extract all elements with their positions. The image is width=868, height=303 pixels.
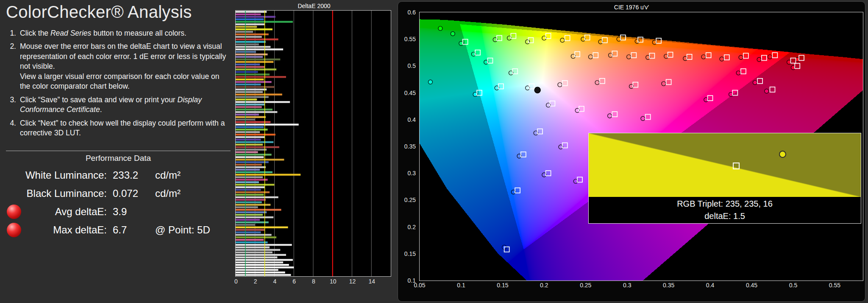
deltae-bar[interactable] [236, 264, 289, 266]
deltae-bar[interactable] [236, 93, 282, 95]
deltae-bar[interactable] [236, 46, 270, 48]
deltae-bar[interactable] [236, 39, 278, 40]
deltae-bar[interactable] [236, 216, 273, 218]
deltae-bar[interactable] [236, 96, 269, 98]
deltae-bar[interactable] [236, 179, 267, 180]
deltae-bar[interactable] [236, 111, 277, 113]
deltae-bar[interactable] [236, 114, 259, 115]
deltae-bar[interactable] [236, 84, 261, 85]
deltae-bar[interactable] [236, 53, 267, 55]
deltae-bar[interactable] [236, 56, 263, 58]
deltae-bar[interactable] [236, 11, 267, 13]
deltae-bar[interactable] [236, 104, 265, 105]
deltae-bar[interactable] [236, 136, 265, 138]
deltae-bar[interactable] [236, 272, 285, 273]
deltae-bar[interactable] [236, 171, 273, 173]
deltae-bar[interactable] [236, 229, 265, 230]
deltae-bars[interactable] [236, 11, 391, 276]
deltae-bar[interactable] [236, 234, 272, 236]
deltae-bar[interactable] [236, 176, 263, 178]
deltae-bar[interactable] [236, 86, 275, 88]
deltae-bar[interactable] [236, 34, 269, 35]
deltae-bar[interactable] [236, 43, 259, 45]
deltae-bar[interactable] [236, 59, 280, 60]
deltae-bar[interactable] [236, 81, 272, 83]
deltae-bar[interactable] [236, 244, 292, 246]
deltae-bar[interactable] [236, 18, 264, 20]
deltae-bar[interactable] [236, 169, 260, 171]
deltae-bar[interactable] [236, 139, 261, 140]
deltae-bar[interactable] [236, 236, 276, 238]
deltae-bar[interactable] [236, 259, 293, 261]
deltae-bar[interactable] [236, 204, 270, 205]
deltae-bar[interactable] [236, 231, 261, 233]
deltae-bar[interactable] [236, 76, 286, 78]
deltae-bar[interactable] [236, 41, 266, 42]
deltae-bar[interactable] [236, 14, 261, 15]
deltae-bar[interactable] [236, 48, 283, 50]
deltae-chart[interactable] [235, 10, 391, 277]
deltae-bar[interactable] [236, 252, 273, 253]
deltae-bar[interactable] [236, 61, 273, 63]
deltae-bar[interactable] [236, 274, 291, 276]
cie-diagram[interactable]: RGB Triplet: 235, 235, 16 deltaE: 1.5 [419, 12, 863, 281]
deltae-bar[interactable] [236, 206, 258, 208]
deltae-bar[interactable] [236, 194, 264, 196]
deltae-bar[interactable] [236, 106, 262, 108]
deltae-bar[interactable] [236, 66, 265, 68]
deltae-bar[interactable] [236, 239, 264, 241]
deltae-bar[interactable] [236, 219, 260, 221]
deltae-bar[interactable] [236, 89, 267, 90]
deltae-bar[interactable] [236, 144, 263, 146]
deltae-bar[interactable] [236, 64, 260, 65]
deltae-bar[interactable] [236, 184, 275, 185]
deltae-bar[interactable] [236, 146, 279, 148]
deltae-bar[interactable] [236, 36, 262, 38]
deltae-bar[interactable] [236, 156, 264, 158]
deltae-bar[interactable] [236, 134, 275, 135]
deltae-bar[interactable] [236, 28, 273, 30]
deltae-bar[interactable] [236, 121, 270, 123]
deltae-bar[interactable] [236, 101, 290, 103]
deltae-bar[interactable] [236, 161, 269, 163]
deltae-bar[interactable] [236, 209, 281, 210]
deltae-bar[interactable] [236, 21, 293, 22]
deltae-bar[interactable] [236, 16, 275, 17]
deltae-bar[interactable] [236, 109, 273, 110]
deltae-bar[interactable] [236, 226, 288, 228]
deltae-bar[interactable] [236, 201, 262, 203]
deltae-bar[interactable] [236, 79, 264, 80]
deltae-bar[interactable] [236, 126, 264, 128]
deltae-bar[interactable] [236, 141, 273, 143]
deltae-bar[interactable] [236, 91, 263, 93]
deltae-bar[interactable] [236, 151, 258, 153]
deltae-bar[interactable] [236, 154, 272, 155]
deltae-bar[interactable] [236, 98, 257, 100]
deltae-bar[interactable] [236, 31, 253, 33]
deltae-bar[interactable] [236, 131, 260, 133]
deltae-bar[interactable] [236, 256, 277, 258]
deltae-bar[interactable] [236, 181, 259, 183]
deltae-bar[interactable] [236, 23, 265, 25]
deltae-bar[interactable] [236, 51, 256, 53]
deltae-bar[interactable] [236, 269, 278, 271]
deltae-bar[interactable] [236, 129, 267, 130]
deltae-bar[interactable] [236, 241, 267, 243]
deltae-bar[interactable] [236, 159, 284, 160]
deltae-bar[interactable] [236, 214, 263, 216]
deltae-bar[interactable] [236, 196, 278, 198]
deltae-bar[interactable] [236, 164, 262, 166]
deltae-bar[interactable] [236, 199, 266, 201]
deltae-bar[interactable] [236, 186, 265, 188]
deltae-bar[interactable] [236, 261, 283, 263]
deltae-bar[interactable] [236, 189, 261, 191]
deltae-bar[interactable] [236, 254, 286, 255]
deltae-bar[interactable] [236, 26, 257, 28]
deltae-bar[interactable] [236, 68, 276, 70]
deltae-bar[interactable] [236, 249, 280, 251]
deltae-bar[interactable] [236, 222, 269, 223]
deltae-bar[interactable] [236, 71, 258, 73]
deltae-bar[interactable] [236, 116, 266, 118]
deltae-bar[interactable] [236, 211, 267, 213]
deltae-bar[interactable] [236, 166, 266, 168]
